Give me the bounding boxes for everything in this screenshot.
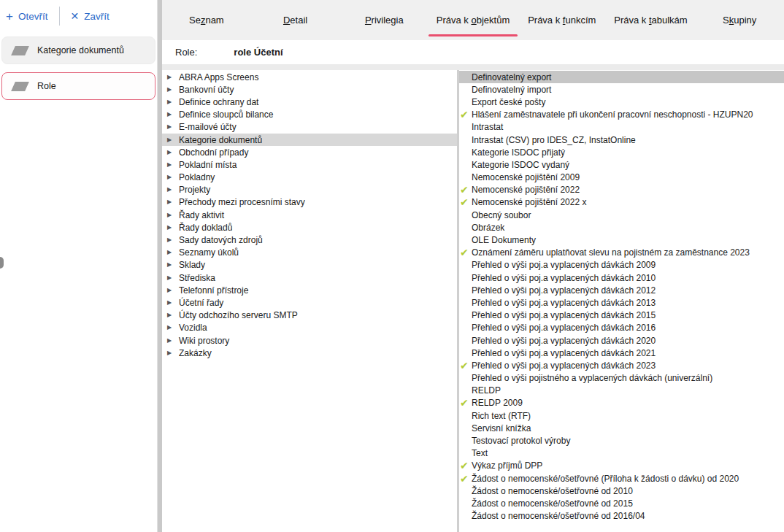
expand-arrow-icon[interactable]: ▶ — [167, 137, 179, 143]
permission-item[interactable]: Servisní knížka — [459, 422, 784, 434]
permission-item[interactable]: Export české pošty — [459, 96, 784, 108]
permission-item[interactable]: ✔ Přehled o výši poj.a vyplacených dávká… — [459, 359, 784, 371]
tree-item[interactable]: ▶ Zakázky — [162, 347, 457, 359]
permission-item[interactable]: Nemocenské pojištění 2009 — [459, 171, 784, 184]
permission-item[interactable]: RELDP — [459, 385, 784, 397]
tree-item[interactable]: ▶ E-mailové účty — [162, 121, 457, 134]
tree-item[interactable]: ▶ Projekty — [162, 184, 457, 196]
tree-item[interactable]: ▶ Sklady — [162, 259, 457, 271]
permission-item[interactable]: ✔ Oznámení záměru uplatňovat slevu na po… — [459, 247, 784, 259]
permission-item[interactable]: Intrastat (CSV) pro IDES_CZ, InstatOnlin… — [459, 134, 784, 146]
expand-arrow-icon[interactable]: ▶ — [167, 250, 179, 255]
permission-item[interactable]: Definovatelný import — [459, 83, 784, 96]
permission-item[interactable]: OLE Dokumenty — [459, 234, 784, 246]
tree-item[interactable]: ▶ Bankovní účty — [162, 83, 457, 96]
permission-item[interactable]: Intrastat — [459, 121, 784, 134]
permission-item[interactable]: ✔ Hlášení zaměstnavatele při ukončení pr… — [459, 109, 784, 121]
expand-arrow-icon[interactable]: ▶ — [167, 288, 179, 293]
expand-arrow-icon[interactable]: ▶ — [167, 87, 179, 93]
expand-arrow-icon[interactable]: ▶ — [167, 275, 179, 281]
expand-arrow-icon[interactable]: ▶ — [167, 187, 179, 193]
expand-arrow-icon[interactable]: ▶ — [167, 262, 179, 268]
expand-arrow-icon[interactable]: ▶ — [167, 199, 179, 205]
tab-prava-k-objektum[interactable]: Práva k objektům — [428, 0, 518, 40]
permission-item[interactable]: ✔ RELDP 2009 — [459, 397, 784, 409]
expand-arrow-icon[interactable]: ▶ — [167, 212, 179, 218]
tree-item[interactable]: ▶ Vozidla — [162, 322, 457, 334]
permission-item[interactable]: ✔ Výkaz příjmů DPP — [459, 460, 784, 472]
permission-item[interactable]: Přehled o výši poj.a vyplacených dávkách… — [459, 347, 784, 359]
permission-item[interactable]: Obecný soubor — [459, 209, 784, 221]
expand-arrow-icon[interactable]: ▶ — [167, 74, 179, 80]
tree-item[interactable]: ▶ Definice sloupců bilance — [162, 109, 457, 121]
permission-item[interactable]: Žádost o nemocenské/ošetřovné od 2010 — [459, 485, 784, 497]
permission-item[interactable]: Přehled o výši poj.a vyplacených dávkách… — [459, 259, 784, 271]
tab-skupiny[interactable]: Skupiny — [695, 0, 784, 40]
tab-detail[interactable]: Detail — [251, 0, 340, 40]
permission-item[interactable]: Přehled o výši pojistného a vyplacených … — [459, 372, 784, 385]
tab-privilegia[interactable]: Privilegia — [339, 0, 428, 40]
dock-handle[interactable] — [0, 257, 4, 269]
tree-item[interactable]: ▶ Pokladní místa — [162, 158, 457, 171]
expand-arrow-icon[interactable]: ▶ — [167, 150, 179, 155]
expand-arrow-icon[interactable]: ▶ — [167, 162, 179, 168]
tree-item[interactable]: ▶ Telefonní přístroje — [162, 284, 457, 296]
tab-prava-k-funkcim[interactable]: Práva k funkcím — [518, 0, 607, 40]
permission-item[interactable]: Přehled o výši poj.a vyplacených dávkách… — [459, 334, 784, 347]
tree-item[interactable]: ▶ Střediska — [162, 271, 457, 284]
permission-item[interactable]: ✔ Nemocenské pojištění 2022 — [459, 184, 784, 196]
expand-arrow-icon[interactable]: ▶ — [167, 338, 179, 344]
permission-item[interactable]: Rich text (RTF) — [459, 409, 784, 422]
tree-item[interactable]: ▶ Seznamy úkolů — [162, 247, 457, 259]
tree-item[interactable]: ▶ Řady dokladů — [162, 221, 457, 234]
expand-arrow-icon[interactable]: ▶ — [167, 99, 179, 105]
sidebar-item-role[interactable]: Role — [1, 72, 155, 100]
permission-item[interactable]: Definovatelný export — [459, 71, 784, 83]
tab-prava-k-tabulkam[interactable]: Práva k tabulkám — [607, 0, 696, 40]
tree-item[interactable]: ▶ Účetní řady — [162, 296, 457, 309]
permission-item[interactable]: Kategorie ISDOC vydaný — [459, 158, 784, 171]
permission-item[interactable]: Obrázek — [459, 221, 784, 234]
close-button[interactable]: ✕ Zavřít — [70, 11, 109, 22]
tree-item[interactable]: ▶ Obchodní případy — [162, 146, 457, 158]
permission-item[interactable]: Přehled o výši poj.a vyplacených dávkách… — [459, 322, 784, 334]
tree-item[interactable]: ▶ Účty odchozího serveru SMTP — [162, 309, 457, 322]
toolbar-separator — [59, 7, 60, 26]
permission-item-label: Testovací protokol výroby — [472, 436, 570, 446]
tree-item-label: Řady aktivit — [179, 210, 224, 220]
tree-item[interactable]: ▶ ABRA Apps Screens — [162, 71, 457, 83]
expand-arrow-icon[interactable]: ▶ — [167, 325, 179, 331]
permission-item[interactable]: Žádost o nemocenské/ošetřovné od 2016/04 — [459, 510, 784, 523]
tree-item[interactable]: ▶ Definice ochrany dat — [162, 96, 457, 108]
sidebar-item-kategorie-dokumentu[interactable]: Kategorie dokumentů — [1, 36, 155, 64]
expand-arrow-icon[interactable]: ▶ — [167, 300, 179, 306]
permission-item[interactable]: Přehled o výši poj.a vyplacených dávkách… — [459, 284, 784, 296]
permission-item[interactable]: ✔ Nemocenské pojištění 2022 x — [459, 196, 784, 209]
permission-item[interactable]: ✔ Žádost o nemocenské/ošetřovné (Příloha… — [459, 472, 784, 485]
permission-item[interactable]: Žádost o nemocenské/ošetřovné od 2015 — [459, 497, 784, 509]
permission-item[interactable]: Přehled o výši poj.a vyplacených dávkách… — [459, 271, 784, 284]
permission-item[interactable]: Přehled o výši poj.a vyplacených dávkách… — [459, 309, 784, 322]
tree-item[interactable]: ▶ Kategorie dokumentů — [162, 134, 457, 146]
expand-arrow-icon[interactable]: ▶ — [167, 112, 179, 117]
tree-item[interactable]: ▶ Řady aktivit — [162, 209, 457, 221]
splitter-strip[interactable] — [157, 0, 162, 532]
permission-item[interactable]: Testovací protokol výroby — [459, 434, 784, 447]
expand-arrow-icon[interactable]: ▶ — [167, 124, 179, 130]
tree-item[interactable]: ▶ Wiki prostory — [162, 334, 457, 347]
permission-item-label: OLE Dokumenty — [472, 235, 536, 245]
expand-arrow-icon[interactable]: ▶ — [167, 225, 179, 231]
tree-item[interactable]: ▶ Přechody mezi procesními stavy — [162, 196, 457, 209]
expand-arrow-icon[interactable]: ▶ — [167, 237, 179, 243]
tree-item[interactable]: ▶ Sady datových zdrojů — [162, 234, 457, 246]
tree-item[interactable]: ▶ Pokladny — [162, 171, 457, 184]
expand-arrow-icon[interactable]: ▶ — [167, 350, 179, 356]
expand-arrow-icon[interactable]: ▶ — [167, 174, 179, 180]
open-button[interactable]: + Otevřít — [6, 10, 47, 23]
permission-item[interactable]: Text — [459, 447, 784, 460]
tab-seznam[interactable]: Seznam — [162, 0, 251, 40]
permission-item[interactable]: Přehled o výši poj.a vyplacených dávkách… — [459, 296, 784, 309]
permission-item[interactable]: Kategorie ISDOC přijatý — [459, 146, 784, 158]
checkmark-icon: ✔ — [459, 197, 472, 207]
expand-arrow-icon[interactable]: ▶ — [167, 312, 179, 318]
